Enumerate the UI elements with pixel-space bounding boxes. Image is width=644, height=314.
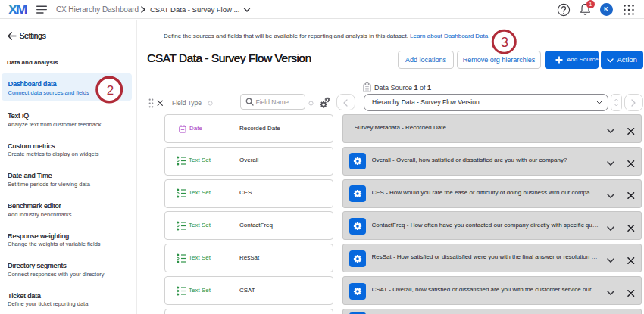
svg-text:3: 3 [501, 35, 508, 50]
svg-text:2: 2 [107, 83, 114, 98]
svg-text:XM: XM [8, 2, 27, 16]
